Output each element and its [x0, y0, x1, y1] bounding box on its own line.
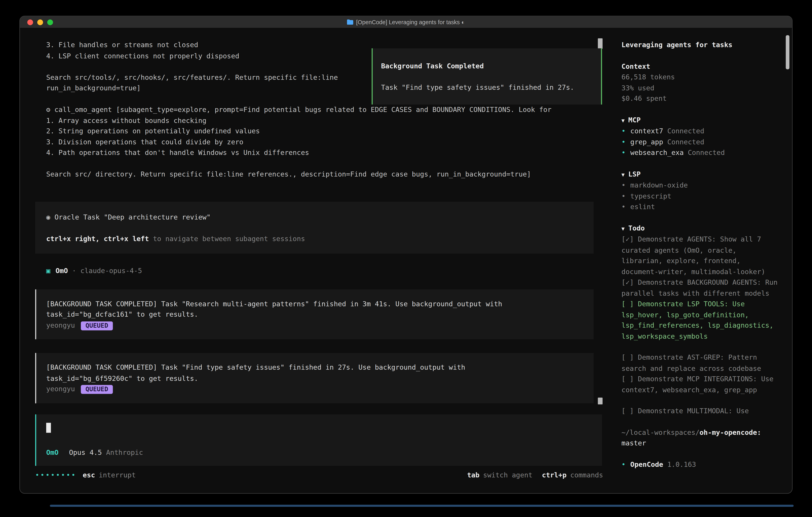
- traffic-lights: [27, 19, 53, 25]
- todo-item-pending: [ ] Demonstrate MULTIMODAL: Use: [621, 406, 780, 417]
- notification-body: Task "Find type safety issues" finished …: [381, 82, 592, 93]
- esc-key-label: interrupt: [99, 471, 136, 479]
- chevron-down-icon: ▼: [621, 117, 625, 123]
- ctrlp-key-hint: ctrl+p: [542, 471, 567, 479]
- context-tokens: 66,518 tokens: [621, 72, 781, 83]
- folder-icon: [347, 19, 353, 25]
- tab-key-label: switch agent: [483, 471, 532, 479]
- oracle-task-panel[interactable]: ◉Oracle Task "Deep architecture review" …: [35, 201, 593, 253]
- gear-icon: ⚙: [46, 106, 50, 113]
- agent-square-icon: ▣: [46, 267, 50, 275]
- provider-label: Anthropic: [106, 448, 143, 456]
- window-title: [OpenCode] Leveraging agents for tasks ◐: [20, 19, 792, 25]
- notification-title: Background Task Completed: [381, 61, 592, 72]
- hint-keys: ctrl+x right, ctrl+x left: [46, 235, 149, 242]
- fisheye-icon: ◉: [46, 213, 50, 221]
- tool-call-line: ⚙ call_omo_agent [subagent_type=explore,…: [46, 105, 613, 115]
- app-name: OpenCode: [630, 460, 663, 468]
- todo-item-done: [✓] Demonstrate AGENTS: Show all 7 curat…: [621, 234, 780, 277]
- tab-key-hint: tab: [467, 471, 480, 479]
- bullet-icon: •: [621, 148, 626, 156]
- subagent-navigation-hint: ctrl+x right, ctrl+x left to navigate be…: [46, 234, 583, 244]
- titlebar[interactable]: [OpenCode] Leveraging agents for tasks ◐: [20, 16, 792, 28]
- opencode-window: [OpenCode] Leveraging agents for tasks ◐…: [19, 16, 793, 494]
- context-used: 33% used: [621, 83, 781, 93]
- version-line: •OpenCode 1.0.163: [621, 459, 781, 470]
- separator-dot: ·: [72, 267, 76, 275]
- text-cursor: [46, 423, 51, 432]
- todo-heading[interactable]: ▼Todo: [621, 223, 781, 234]
- message-author: yeongyu: [46, 321, 75, 329]
- chat-area: 3. File handles or streams not closed 4.…: [20, 28, 613, 493]
- todo-item-done: [✓] Demonstrate BACKGROUND AGENTS: Run p…: [621, 277, 780, 299]
- zoom-window-button[interactable]: [47, 19, 53, 25]
- close-window-button[interactable]: [27, 19, 33, 25]
- mcp-item: •websearch_exa Connected: [621, 147, 781, 158]
- agent-header: ▣OmO·claude-opus-4-5: [35, 266, 613, 276]
- message-text: task_id="bg_6f59260c" to get results.: [46, 373, 583, 384]
- message-text: [BACKGROUND TASK COMPLETED] Task "Find t…: [46, 362, 583, 373]
- context-heading: Context: [621, 61, 781, 72]
- terminal-line: Search src/ directory. Return specific f…: [46, 169, 613, 180]
- branch-name: master: [621, 438, 781, 449]
- background-window-edge: [50, 505, 793, 507]
- bullet-icon: •: [621, 181, 626, 189]
- workspace-section: ~/local-workspaces/oh-my-opencode: maste…: [621, 427, 781, 449]
- context-spent: $0.46 spent: [621, 93, 781, 104]
- tool-call-text: call_omo_agent [subagent_type=explore, p…: [54, 106, 551, 113]
- scrollbar-thumb[interactable]: [598, 38, 603, 49]
- oracle-task-title-line: ◉Oracle Task "Deep architecture review": [46, 212, 583, 223]
- message-text: [BACKGROUND TASK COMPLETED] Task "Resear…: [46, 298, 583, 309]
- status-badge: QUEUED: [81, 385, 113, 394]
- workspace-path: ~/local-workspaces/oh-my-opencode:: [621, 427, 781, 438]
- active-model-label: Opus 4.5: [69, 448, 102, 456]
- agent-name: OmO: [56, 267, 68, 275]
- repo-name: oh-my-opencode:: [699, 428, 761, 436]
- chevron-down-icon: ▼: [621, 225, 625, 231]
- lsp-item: •typescript: [621, 191, 781, 202]
- todo-item-pending: [ ] Demonstrate AST-GREP: Pattern search…: [621, 352, 780, 374]
- desktop: [OpenCode] Leveraging agents for tasks ◐…: [0, 0, 812, 517]
- message-card: [BACKGROUND TASK COMPLETED] Task "Resear…: [35, 289, 593, 339]
- minimize-window-button[interactable]: [37, 19, 43, 25]
- bullet-icon: •: [621, 138, 626, 146]
- agent-model: claude-opus-4-5: [80, 267, 142, 275]
- chevron-down-icon: ▼: [621, 171, 625, 177]
- message-meta: yeongyuQUEUED: [46, 384, 583, 394]
- session-sidebar: Leveraging agents for tasks Context 66,5…: [613, 28, 792, 493]
- lsp-item: •eslint: [621, 202, 781, 213]
- mcp-item: •grep_app Connected: [621, 137, 781, 147]
- spinner-dots-icon: ••••••••: [35, 471, 77, 479]
- message-meta: yeongyuQUEUED: [46, 320, 583, 331]
- input-meta: OmOOpus 4.5Anthropic: [46, 447, 591, 458]
- hint-text: to navigate between subagent sessions: [149, 235, 305, 242]
- todo-item-pending: [ ] Demonstrate MCP INTEGRATIONS: Use co…: [621, 374, 780, 396]
- todo-item-active: [ ] Demonstrate LSP TOOLS: Use lsp_hover…: [621, 299, 780, 342]
- sidebar-scrollbar-thumb[interactable]: [786, 35, 789, 70]
- status-right: tabswitch agentctrl+pcommands: [467, 470, 603, 481]
- scrollbar-thumb[interactable]: [598, 398, 603, 404]
- active-agent-label: OmO: [46, 448, 59, 456]
- status-left: ••••••••escinterrupt: [35, 470, 136, 481]
- esc-key-hint: esc: [83, 471, 95, 479]
- message-author: yeongyu: [46, 385, 75, 393]
- window-title-text: [OpenCode] Leveraging agents for tasks ◐: [356, 19, 465, 25]
- mcp-heading[interactable]: ▼MCP: [621, 115, 781, 126]
- oracle-task-title: Oracle Task "Deep architecture review": [55, 213, 211, 221]
- terminal-line: 2. String operations on potentially unde…: [46, 126, 613, 137]
- session-title: Leveraging agents for tasks: [621, 40, 781, 51]
- lsp-item: •markdown-oxide: [621, 180, 781, 191]
- terminal-line: [46, 158, 613, 169]
- terminal-line: 1. Array access without bounds checking: [46, 115, 613, 126]
- app-version: 1.0.163: [667, 460, 696, 468]
- prompt-input[interactable]: OmOOpus 4.5Anthropic: [35, 414, 602, 465]
- lsp-section: ▼LSP •markdown-oxide •typescript •eslint: [621, 169, 781, 213]
- status-bar: ••••••••escinterrupt tabswitch agentctrl…: [35, 470, 603, 481]
- terminal-line: 3. Division operations that could divide…: [46, 137, 613, 147]
- bullet-icon: •: [621, 460, 626, 468]
- context-section: Context 66,518 tokens 33% used $0.46 spe…: [621, 61, 781, 104]
- lsp-heading[interactable]: ▼LSP: [621, 169, 781, 180]
- message-text: task_id="bg_dcfac161" to get results.: [46, 309, 583, 320]
- bullet-icon: •: [621, 192, 626, 200]
- mcp-item: •context7 Connected: [621, 126, 781, 137]
